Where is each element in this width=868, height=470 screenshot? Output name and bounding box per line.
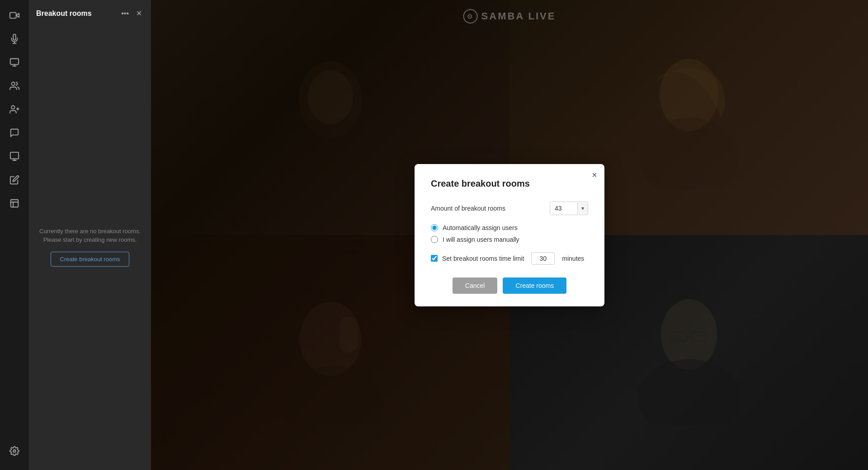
time-limit-checkbox[interactable] — [431, 255, 438, 262]
manual-assign-radio[interactable] — [431, 236, 438, 243]
manual-assign-label: I will assign users manually — [443, 236, 519, 243]
present-icon[interactable] — [5, 146, 24, 166]
svg-marker-0 — [16, 13, 19, 17]
amount-input[interactable] — [550, 202, 577, 215]
auto-assign-label: Automatically assign users — [443, 224, 518, 231]
svg-rect-12 — [11, 200, 19, 207]
amount-select-container: ▾ — [550, 202, 588, 215]
breakout-header-actions: ••• ✕ — [119, 8, 144, 19]
svg-rect-11 — [10, 152, 19, 159]
create-breakout-modal: × Create breakout rooms Amount of breako… — [415, 164, 604, 306]
stats-icon[interactable] — [5, 193, 24, 213]
assign-radio-group: Automatically assign users I will assign… — [431, 224, 588, 243]
breakout-panel-content: Currently there are no breakout rooms. P… — [29, 23, 151, 470]
breakout-panel: Breakout rooms ••• ✕ Currently there are… — [29, 0, 151, 470]
modal-close-button[interactable]: × — [592, 170, 597, 179]
manual-assign-option[interactable]: I will assign users manually — [431, 236, 588, 243]
chat-icon[interactable] — [5, 123, 24, 143]
amount-dropdown-button[interactable]: ▾ — [577, 202, 588, 214]
time-limit-label: Set breakout rooms time limit — [442, 255, 524, 262]
screen-share-icon[interactable] — [5, 52, 24, 72]
auto-assign-radio[interactable] — [431, 224, 438, 231]
breakout-panel-title: Breakout rooms — [36, 9, 92, 18]
minutes-label: minutes — [562, 255, 584, 262]
modal-title: Create breakout rooms — [431, 179, 588, 189]
breakout-empty-message: Currently there are no breakout rooms. P… — [38, 227, 142, 244]
create-breakout-rooms-button[interactable]: Create breakout rooms — [51, 252, 130, 267]
svg-rect-4 — [10, 59, 19, 65]
amount-row: Amount of breakout rooms ▾ — [431, 202, 588, 215]
time-limit-input[interactable] — [531, 252, 555, 265]
modal-footer: Cancel Create rooms — [431, 277, 588, 294]
svg-point-13 — [13, 450, 16, 452]
video-area: ⊙ SAMBA LIVE — [151, 0, 868, 470]
svg-point-7 — [12, 82, 15, 85]
time-limit-row: Set breakout rooms time limit minutes — [431, 252, 588, 265]
people-icon[interactable] — [5, 76, 24, 96]
settings-icon[interactable] — [5, 441, 24, 461]
auto-assign-option[interactable]: Automatically assign users — [431, 224, 588, 231]
svg-point-8 — [11, 106, 14, 109]
breakout-more-button[interactable]: ••• — [119, 9, 131, 19]
person-add-icon[interactable] — [5, 99, 24, 119]
cancel-button[interactable]: Cancel — [453, 277, 498, 294]
sidebar — [0, 0, 29, 470]
microphone-icon[interactable] — [5, 29, 24, 49]
amount-label: Amount of breakout rooms — [431, 205, 505, 212]
breakout-close-button[interactable]: ✕ — [134, 8, 144, 19]
create-rooms-button[interactable]: Create rooms — [503, 277, 566, 294]
modal-backdrop: × Create breakout rooms Amount of breako… — [151, 0, 868, 470]
svg-rect-1 — [10, 13, 16, 19]
breakout-panel-header: Breakout rooms ••• ✕ — [29, 0, 151, 23]
edit-icon[interactable] — [5, 170, 24, 190]
camera-icon[interactable] — [5, 5, 24, 25]
